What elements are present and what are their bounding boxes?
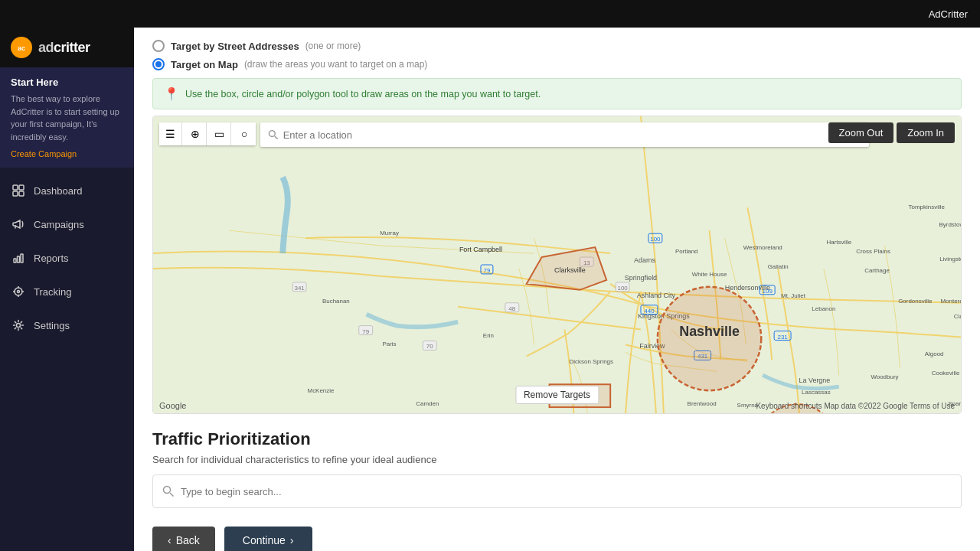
sidebar: ac adcritter Start Here The best way to … xyxy=(0,28,134,551)
search-icon xyxy=(268,129,279,140)
megaphone-icon xyxy=(11,217,26,232)
traffic-desc: Search for individual characteristics to… xyxy=(152,454,962,465)
circle-tool[interactable]: ○ xyxy=(233,122,256,145)
svg-text:Monterey: Monterey xyxy=(940,298,961,305)
svg-text:Westmoreland: Westmoreland xyxy=(743,244,782,251)
map-toolbar: ☰ ⊕ ▭ ○ xyxy=(159,122,256,145)
traffic-search-icon xyxy=(162,485,175,497)
sidebar-item-settings[interactable]: Settings xyxy=(0,308,134,342)
bar-chart-icon xyxy=(11,250,26,266)
map-option-label: Target on Map xyxy=(171,59,238,70)
svg-rect-2 xyxy=(13,185,18,190)
svg-point-10 xyxy=(18,291,20,293)
back-chevron-icon: ‹ xyxy=(168,534,172,546)
traffic-search-box xyxy=(152,474,962,508)
grid-icon xyxy=(11,183,26,198)
svg-text:Ashland City: Ashland City xyxy=(637,292,676,299)
street-address-option[interactable]: Target by Street Addresses (one or more) xyxy=(152,40,962,52)
sidebar-item-reports[interactable]: Reports xyxy=(0,241,134,275)
zoom-out-button[interactable]: Zoom Out xyxy=(828,122,894,143)
remove-targets-button[interactable]: Remove Targets xyxy=(515,386,599,404)
svg-line-107 xyxy=(275,136,278,139)
svg-text:100: 100 xyxy=(650,236,661,243)
svg-text:Carthage: Carthage xyxy=(864,267,890,274)
rectangle-tool[interactable]: ▭ xyxy=(208,122,231,145)
reports-label: Reports xyxy=(34,253,69,264)
circle-plus-tool[interactable]: ⊕ xyxy=(184,122,207,145)
svg-point-106 xyxy=(269,131,275,137)
svg-text:341: 341 xyxy=(294,285,305,292)
sidebar-item-tracking[interactable]: Tracking xyxy=(0,275,134,308)
svg-text:Smyrna: Smyrna xyxy=(737,402,759,409)
start-here-title: Start Here xyxy=(11,77,123,88)
svg-text:48: 48 xyxy=(508,305,515,312)
svg-rect-5 xyxy=(19,191,24,196)
svg-text:Gallatin: Gallatin xyxy=(768,263,789,270)
targeting-options: Target by Street Addresses (one or more)… xyxy=(152,40,962,70)
campaigns-label: Campaigns xyxy=(34,219,84,230)
svg-point-9 xyxy=(15,288,22,295)
svg-text:Adams: Adams xyxy=(634,256,655,264)
svg-text:100: 100 xyxy=(617,285,628,292)
traffic-search-input[interactable] xyxy=(181,486,952,497)
svg-text:La Vergne: La Vergne xyxy=(799,377,831,384)
svg-text:Lebanon: Lebanon xyxy=(812,305,835,312)
main-content: Target by Street Addresses (one or more)… xyxy=(134,28,980,551)
map-radio[interactable] xyxy=(152,58,165,70)
svg-text:McKenzie: McKenzie xyxy=(308,387,335,394)
svg-text:Clark: Clark xyxy=(954,313,961,320)
svg-text:Buchanan: Buchanan xyxy=(322,298,350,305)
create-campaign-link[interactable]: Create Campaign xyxy=(11,149,123,158)
street-option-sub: (one or more) xyxy=(305,41,361,51)
zoom-in-button[interactable]: Zoom In xyxy=(897,122,955,143)
svg-text:Clarksville: Clarksville xyxy=(554,266,586,274)
svg-text:Tompkinsville: Tompkinsville xyxy=(909,204,946,210)
map-option-sub: (draw the areas you want to target on a … xyxy=(244,59,427,70)
svg-text:Hartsville: Hartsville xyxy=(826,239,851,246)
start-here-section: Start Here The best way to explore AdCri… xyxy=(0,67,134,168)
svg-rect-3 xyxy=(19,185,24,190)
street-option-label: Target by Street Addresses xyxy=(171,41,299,52)
svg-rect-7 xyxy=(18,256,20,262)
map-watermark: Google xyxy=(159,401,186,410)
svg-text:Fort Campbell: Fort Campbell xyxy=(459,246,502,253)
back-button[interactable]: ‹ Back xyxy=(152,527,215,551)
sidebar-nav: Dashboard Campaigns Reports Tracking Set… xyxy=(0,168,134,551)
svg-text:Lascassas: Lascassas xyxy=(802,389,831,396)
info-bar: 📍 Use the box, circle and/or polygon too… xyxy=(152,78,962,109)
svg-line-109 xyxy=(170,493,174,497)
svg-text:Waverly: Waverly xyxy=(478,412,499,413)
logo-text: adcritter xyxy=(38,40,90,56)
map-search-input[interactable] xyxy=(283,129,861,141)
svg-text:Byrdstown: Byrdstown xyxy=(939,221,961,228)
svg-text:Cookeville: Cookeville xyxy=(932,370,960,377)
svg-text:Paris: Paris xyxy=(382,341,396,347)
continue-button[interactable]: Continue › xyxy=(224,527,312,551)
svg-text:70: 70 xyxy=(426,343,433,350)
start-here-desc: The best way to explore AdCritter is to … xyxy=(11,93,123,143)
svg-text:White House: White House xyxy=(692,271,727,278)
sidebar-item-dashboard[interactable]: Dashboard xyxy=(0,174,134,207)
logo-icon: ac xyxy=(11,37,32,58)
sidebar-logo: ac adcritter xyxy=(0,28,134,67)
svg-point-108 xyxy=(164,487,171,494)
map-search-inner xyxy=(260,122,869,147)
svg-rect-8 xyxy=(21,254,23,262)
hamburger-tool[interactable]: ☰ xyxy=(159,122,182,145)
svg-text:79: 79 xyxy=(362,328,369,335)
svg-text:Algood: Algood xyxy=(925,350,944,357)
street-radio[interactable] xyxy=(152,40,165,52)
map-search xyxy=(260,122,869,147)
dashboard-label: Dashboard xyxy=(34,185,83,197)
continue-label: Continue xyxy=(243,534,286,546)
info-text: Use the box, circle and/or polygon tool … xyxy=(185,89,541,99)
svg-text:ac: ac xyxy=(18,44,25,52)
back-label: Back xyxy=(176,534,200,546)
svg-rect-4 xyxy=(13,191,18,196)
svg-text:Nashville: Nashville xyxy=(679,324,740,339)
svg-text:79: 79 xyxy=(484,267,491,274)
map-option[interactable]: Target on Map (draw the areas you want t… xyxy=(152,58,962,70)
continue-chevron-icon: › xyxy=(290,534,294,546)
svg-text:Gordonsville: Gordonsville xyxy=(898,298,933,305)
sidebar-item-campaigns[interactable]: Campaigns xyxy=(0,207,134,241)
